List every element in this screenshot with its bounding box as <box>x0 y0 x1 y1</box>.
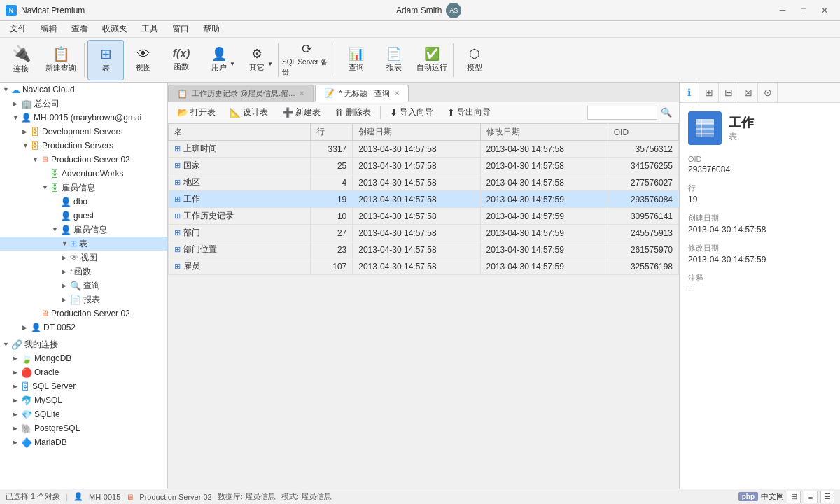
btn-import-wizard[interactable]: ⬇ 导入向导 <box>384 104 440 121</box>
table-row[interactable]: ⊞上班时间 3317 2013-04-30 14:57:58 2013-04-3… <box>169 141 679 158</box>
sidebar-item-reports[interactable]: ▶ 📄 报表 <box>0 293 167 307</box>
sidebar-item-mysql[interactable]: ▶ 🐬 MySQL <box>0 393 167 407</box>
sidebar-item-sqlserver[interactable]: ▶ 🗄 SQL Server <box>0 379 167 393</box>
btn-design-table[interactable]: 📐 设计表 <box>223 104 274 121</box>
status-list-btn[interactable]: ≡ <box>804 491 818 503</box>
design-table-label: 设计表 <box>243 106 268 118</box>
sidebar-item-my-connections[interactable]: ▼ 🔗 我的连接 <box>0 337 167 351</box>
function-icon: f(x) <box>173 48 190 59</box>
cell-modified: 2013-04-30 14:57:58 <box>480 141 608 158</box>
btn-export-wizard[interactable]: ⬆ 导出向导 <box>441 104 497 121</box>
table-row[interactable]: ⊞国家 25 2013-04-30 14:57:58 2013-04-30 14… <box>169 158 679 174</box>
tab-query-close[interactable]: ✕ <box>394 90 400 97</box>
btn-delete-table[interactable]: 🗑 删除表 <box>328 104 377 121</box>
cell-oid: 293576084 <box>608 191 678 208</box>
col-header-oid[interactable]: OID <box>608 124 678 141</box>
cell-rows: 19 <box>310 191 353 208</box>
status-mh0015-icon: 👤 <box>74 492 83 501</box>
sidebar-item-mh0015[interactable]: ▼ 👤 MH-0015 (marybrown@gmai <box>0 111 167 125</box>
maximize-button[interactable]: □ <box>794 4 813 18</box>
sidebar-item-views[interactable]: ▶ 👁 视图 <box>0 251 167 265</box>
views-arrow: ▶ <box>62 254 70 261</box>
status-detail-btn[interactable]: ☰ <box>820 491 834 503</box>
table-row[interactable]: ⊞雇员 107 2013-04-30 14:57:58 2013-04-30 1… <box>169 258 679 275</box>
sidebar-item-oracle[interactable]: ▶ 🔴 Oracle <box>0 365 167 379</box>
rp-tab-code[interactable]: ⊞ <box>699 83 719 102</box>
tab-query[interactable]: 📝 * 无标题 - 查询 ✕ <box>315 85 408 102</box>
cell-name: ⊞工作历史记录 <box>169 208 311 225</box>
report-label: 报表 <box>386 62 402 73</box>
sidebar-item-prod-servers[interactable]: ▼ 🗄 Production Servers <box>0 139 167 153</box>
sidebar-item-functions[interactable]: ▶ f 函数 <box>0 265 167 279</box>
table-row[interactable]: ⊞部门 27 2013-04-30 14:57:58 2013-04-30 14… <box>169 225 679 241</box>
toolbar-user[interactable]: 👤 用户 ▼ <box>201 40 237 80</box>
sidebar-item-tables[interactable]: ▼ ⊞ 表 <box>0 237 167 251</box>
sidebar-item-dt0052[interactable]: ▶ 👤 DT-0052 <box>0 321 167 335</box>
info-section-oid: OID 293576084 <box>688 155 832 174</box>
tab-history-close[interactable]: ✕ <box>299 90 304 97</box>
mh0015-icon: 👤 <box>21 113 31 122</box>
toolbar-view[interactable]: 👁 视图 <box>125 40 162 80</box>
status-grid-btn[interactable]: ⊞ <box>787 491 801 503</box>
menu-edit[interactable]: 编辑 <box>34 21 64 38</box>
sidebar-item-sqlite[interactable]: ▶ 💎 SQLite <box>0 407 167 421</box>
menu-window[interactable]: 窗口 <box>165 21 196 38</box>
toolbar-model[interactable]: ⬡ 模型 <box>456 40 493 80</box>
sidebar-item-adventureworks[interactable]: 🗄 AdventureWorks <box>0 167 167 181</box>
table-row[interactable]: ⊞部门位置 23 2013-04-30 14:57:58 2013-04-30 … <box>169 241 679 258</box>
sidebar-item-general-company[interactable]: ▶ 🏢 总公司 <box>0 97 167 111</box>
sidebar-item-postgresql[interactable]: ▶ 🐘 PostgreSQL <box>0 421 167 435</box>
sidebar-item-queries[interactable]: ▶ 🔍 查询 <box>0 279 167 293</box>
col-header-rows[interactable]: 行 <box>310 124 353 141</box>
php-badge[interactable]: php <box>738 492 758 501</box>
cell-created: 2013-04-30 14:57:58 <box>353 174 480 191</box>
sidebar-item-mongodb[interactable]: ▶ 🍃 MongoDB <box>0 351 167 365</box>
sidebar-item-mariadb[interactable]: ▶ 🔷 MariaDB <box>0 435 167 449</box>
btn-open-table[interactable]: 📂 打开表 <box>171 104 222 121</box>
toolbar-table[interactable]: ⊞ 表 <box>88 40 124 80</box>
menu-file[interactable]: 文件 <box>3 21 34 38</box>
row-table-icon: ⊞ <box>174 144 181 153</box>
sidebar-item-prod-server02-top[interactable]: ▼ 🖥 Production Server 02 <box>0 153 167 167</box>
col-header-name[interactable]: 名 <box>169 124 311 141</box>
reports-icon: 📄 <box>70 295 81 305</box>
col-header-modified[interactable]: 修改日期 <box>480 124 608 141</box>
menu-help[interactable]: 帮助 <box>196 21 227 38</box>
rp-tab-info[interactable]: ℹ <box>680 83 699 102</box>
table-row[interactable]: ⊞工作历史记录 10 2013-04-30 14:57:58 2013-04-3… <box>169 208 679 225</box>
rp-tab-chart[interactable]: ⊙ <box>758 83 778 102</box>
rp-tab-grid[interactable]: ⊟ <box>719 83 738 102</box>
functions-arrow: ▶ <box>62 268 70 275</box>
sidebar-item-prod-server02-bot[interactable]: 🖥 Production Server 02 <box>0 307 167 321</box>
menu-favorites[interactable]: 收藏夹 <box>95 21 134 38</box>
sidebar-item-yuangong-db[interactable]: ▼ 🗄 雇员信息 <box>0 181 167 195</box>
toolbar-connect[interactable]: 🔌 连接 <box>3 40 39 80</box>
menu-tools[interactable]: 工具 <box>134 21 165 38</box>
toolbar-sqlserver-backup[interactable]: ⟳ SQL Server 备份 <box>281 40 332 80</box>
oracle-arrow: ▶ <box>13 369 21 376</box>
design-table-icon: 📐 <box>230 107 241 118</box>
toolbar-function[interactable]: f(x) 函数 <box>163 40 200 80</box>
rp-tab-split[interactable]: ⊠ <box>738 83 758 102</box>
col-header-created[interactable]: 创建日期 <box>353 124 480 141</box>
sidebar-item-yuangong-schema[interactable]: ▼ 👤 雇员信息 <box>0 223 167 237</box>
toolbar-report[interactable]: 📄 报表 <box>376 40 412 80</box>
toolbar-new-query[interactable]: 📋 新建查询 <box>41 40 81 80</box>
sidebar-item-guest[interactable]: 👤 guest <box>0 209 167 223</box>
table-row[interactable]: ⊞地区 4 2013-04-30 14:57:58 2013-04-30 14:… <box>169 174 679 191</box>
toolbar-query[interactable]: 📊 查询 <box>338 40 374 80</box>
toolbar-autorun[interactable]: ✅ 自动运行 <box>414 40 450 80</box>
toolbar-other[interactable]: ⚙ 其它 ▼ <box>239 40 275 80</box>
table-search-input[interactable] <box>587 106 657 120</box>
menu-view[interactable]: 查看 <box>64 21 95 38</box>
minimize-button[interactable]: ─ <box>773 4 792 18</box>
sidebar-item-navicat-cloud[interactable]: ▼ ☁ Navicat Cloud <box>0 83 167 97</box>
btn-new-table[interactable]: ➕ 新建表 <box>276 104 327 121</box>
sidebar-item-dev-servers[interactable]: ▶ 🗄 Development Servers <box>0 125 167 139</box>
table-row[interactable]: ⊞工作 19 2013-04-30 14:57:58 2013-04-30 14… <box>169 191 679 208</box>
close-button[interactable]: ✕ <box>815 4 834 18</box>
cell-rows: 4 <box>310 174 353 191</box>
cell-oid: 277576027 <box>608 174 678 191</box>
sidebar-item-dbo[interactable]: 👤 dbo <box>0 195 167 209</box>
tab-history[interactable]: 📋 工作历史记录 @雇员信息.僱... ✕ <box>168 85 314 102</box>
